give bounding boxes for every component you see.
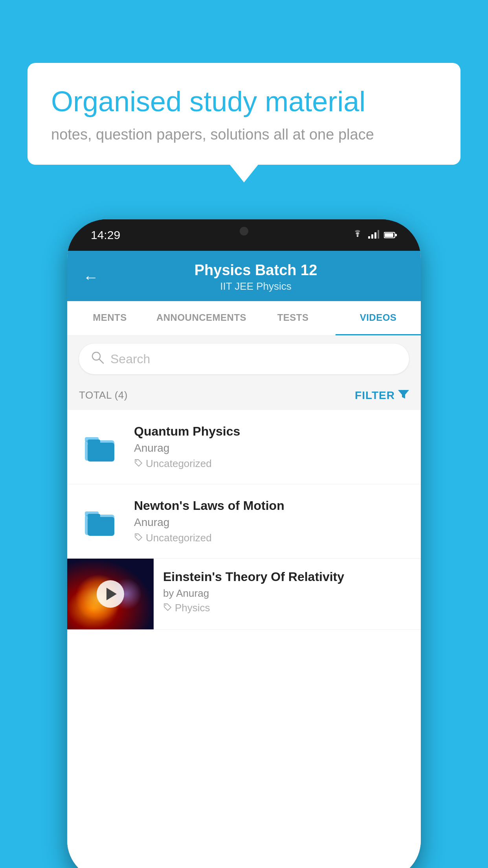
video-tag: Uncategorized	[134, 458, 409, 470]
tag-icon	[163, 602, 172, 614]
battery-icon	[384, 229, 397, 241]
play-icon	[106, 588, 117, 600]
video-title: Einstein's Theory Of Relativity	[163, 570, 413, 584]
speech-bubble-card: Organised study material notes, question…	[28, 63, 460, 165]
wifi-icon	[352, 229, 363, 241]
svg-point-19	[136, 535, 137, 536]
phone-screen: ← Physics Batch 12 IIT JEE Physics MENTS…	[67, 251, 421, 868]
search-placeholder: Search	[110, 352, 150, 366]
svg-rect-1	[371, 234, 373, 239]
video-title: Quantum Physics	[134, 424, 409, 439]
video-list: Quantum Physics Anurag Uncategorized	[67, 410, 421, 868]
header-subtitle: IIT JEE Physics	[106, 280, 405, 292]
header-title: Physics Batch 12	[106, 262, 405, 279]
folder-thumb-newton	[79, 500, 122, 543]
tab-videos[interactable]: VIDEOS	[336, 301, 421, 335]
list-item[interactable]: Quantum Physics Anurag Uncategorized	[67, 410, 421, 484]
tab-tests[interactable]: TESTS	[250, 301, 336, 335]
svg-point-20	[165, 605, 166, 606]
camera	[240, 227, 248, 235]
search-icon	[91, 351, 104, 367]
tag-label: Uncategorized	[146, 458, 212, 470]
svg-rect-6	[395, 234, 397, 236]
tag-icon	[134, 458, 143, 469]
tag-label: Uncategorized	[146, 532, 212, 544]
video-author: by Anurag	[163, 587, 413, 600]
list-item[interactable]: Newton's Laws of Motion Anurag Uncategor…	[67, 484, 421, 559]
svg-rect-18	[88, 514, 100, 519]
search-wrapper: Search	[67, 336, 421, 382]
tag-label: Physics	[175, 602, 210, 614]
back-button[interactable]: ←	[83, 268, 99, 286]
tabs-bar: MENTS ANNOUNCEMENTS TESTS VIDEOS	[67, 301, 421, 336]
svg-rect-3	[378, 230, 379, 239]
video-tag: Physics	[163, 602, 413, 614]
svg-point-7	[92, 352, 100, 360]
tag-icon	[134, 533, 143, 544]
filter-label: FILTER	[355, 389, 395, 402]
video-tag: Uncategorized	[134, 532, 409, 544]
svg-marker-9	[398, 390, 409, 399]
header-title-area: Physics Batch 12 IIT JEE Physics	[106, 262, 405, 292]
phone-notch	[205, 219, 283, 243]
svg-rect-12	[88, 443, 114, 462]
play-button[interactable]	[97, 580, 124, 608]
video-title: Newton's Laws of Motion	[134, 498, 409, 513]
phone-frame: 14:29	[67, 219, 421, 868]
filter-button[interactable]: FILTER	[355, 388, 409, 402]
signal-icon	[368, 229, 379, 241]
filter-icon	[398, 388, 409, 402]
svg-point-14	[136, 460, 137, 462]
list-item[interactable]: Einstein's Theory Of Relativity by Anura…	[67, 559, 421, 630]
search-bar[interactable]: Search	[79, 344, 409, 374]
video-info-einstein: Einstein's Theory Of Relativity by Anura…	[154, 559, 421, 622]
app-header: ← Physics Batch 12 IIT JEE Physics	[67, 251, 421, 301]
svg-line-8	[99, 359, 103, 363]
video-author: Anurag	[134, 442, 409, 454]
video-info-newton: Newton's Laws of Motion Anurag Uncategor…	[134, 498, 409, 544]
tab-ments[interactable]: MENTS	[67, 301, 152, 335]
svg-rect-5	[385, 233, 393, 237]
status-time: 14:29	[91, 228, 120, 242]
status-icons	[352, 229, 397, 241]
video-author: Anurag	[134, 516, 409, 529]
folder-thumb-quantum	[79, 425, 122, 469]
filter-row: TOTAL (4) FILTER	[67, 382, 421, 410]
video-thumbnail-einstein	[67, 559, 154, 629]
speech-bubble-subtext: notes, question papers, solutions all at…	[51, 126, 437, 143]
svg-rect-0	[368, 236, 370, 239]
speech-bubble-heading: Organised study material	[51, 85, 437, 118]
tab-announcements[interactable]: ANNOUNCEMENTS	[152, 301, 250, 335]
svg-rect-13	[88, 440, 100, 444]
status-bar: 14:29	[67, 219, 421, 251]
total-count: TOTAL (4)	[79, 389, 128, 401]
svg-rect-2	[374, 232, 376, 239]
video-info-quantum: Quantum Physics Anurag Uncategorized	[134, 424, 409, 470]
svg-rect-17	[88, 517, 114, 536]
